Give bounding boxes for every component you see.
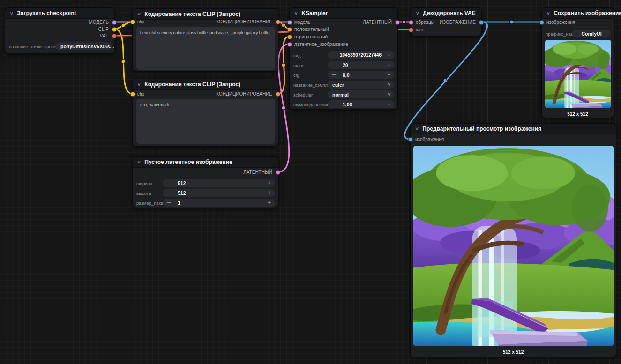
node-header[interactable]: ∨ KSampler xyxy=(290,8,397,19)
link-dot xyxy=(282,23,285,27)
decrement-icon[interactable]: — xyxy=(332,62,336,67)
sampler-name-combo[interactable]: euler ∨ xyxy=(328,81,395,89)
collapse-icon[interactable]: ∨ xyxy=(294,11,299,15)
link-dot xyxy=(509,20,513,24)
widget-label-denoise: шумоподавление xyxy=(293,102,329,107)
widget-label-steps: шаги xyxy=(293,63,304,68)
batch-size-value: 1 xyxy=(178,200,180,206)
positive-prompt-textarea[interactable]: beautiful scenery nature glass bottle la… xyxy=(136,27,275,70)
chevron-down-icon[interactable]: ∨ xyxy=(387,82,391,87)
collapse-icon[interactable]: ∨ xyxy=(546,11,551,15)
filename-prefix-field[interactable]: ComfyUI xyxy=(572,30,611,37)
node-header[interactable]: ∨ Кодирование текста CLIP (Запрос) xyxy=(133,79,278,90)
input-port-latent-image[interactable] xyxy=(287,42,292,47)
output-label-model: МОДЕЛЬ xyxy=(89,20,109,25)
input-port-vae[interactable] xyxy=(409,28,413,32)
collapse-icon[interactable]: ∨ xyxy=(415,11,420,15)
decrement-icon[interactable]: — xyxy=(332,102,336,106)
increment-icon[interactable]: + xyxy=(268,200,271,205)
node-header[interactable]: ∨ Пустое латентное изображение xyxy=(133,157,278,168)
increment-icon[interactable]: + xyxy=(388,72,390,77)
batch-size-stepper[interactable]: — 1 + xyxy=(163,199,275,207)
node-clip-encode-negative: ∨ Кодирование текста CLIP (Запрос) clip … xyxy=(132,79,278,147)
collapse-icon[interactable]: ∨ xyxy=(137,82,142,87)
output-label-image: ИЗОБРАЖЕНИЕ xyxy=(440,20,476,25)
output-label-latent: ЛАТЕНТНЫЙ xyxy=(363,20,392,25)
input-port-clip[interactable] xyxy=(130,20,135,24)
increment-icon[interactable]: + xyxy=(388,62,390,67)
output-port-clip[interactable] xyxy=(112,27,117,32)
collapse-icon[interactable]: ∨ xyxy=(415,126,419,131)
input-label-images: изображения xyxy=(415,137,444,142)
node-header[interactable]: ∨ Сохранить изображение xyxy=(542,8,614,19)
collapse-icon[interactable]: ∨ xyxy=(137,160,142,164)
input-port-images[interactable] xyxy=(539,20,544,25)
node-clip-encode-positive: ∨ Кодирование текста CLIP (Запрос) clip … xyxy=(132,8,278,72)
decrement-icon[interactable]: — xyxy=(167,180,171,185)
steps-value: 20 xyxy=(343,62,348,68)
decrement-icon[interactable]: — xyxy=(332,72,336,77)
node-header[interactable]: ∨ Предварительный просмотр изображения xyxy=(411,124,616,134)
negative-prompt-textarea[interactable]: text, watermark xyxy=(136,99,275,144)
output-port-latent[interactable] xyxy=(276,170,280,175)
input-port-samples[interactable] xyxy=(409,20,413,25)
chevron-down-icon[interactable]: ∨ xyxy=(104,44,108,48)
collapse-icon[interactable]: ∨ xyxy=(137,12,142,16)
height-value: 512 xyxy=(178,190,186,196)
node-title: Декодировать VAE xyxy=(423,10,475,16)
widget-label-scheduler: scheduler xyxy=(293,92,313,97)
input-port-model[interactable] xyxy=(287,20,292,25)
input-label-samples: образцы xyxy=(416,20,434,25)
image-size-caption: 512 x 512 xyxy=(411,349,616,355)
scheduler-combo[interactable]: normal ∨ xyxy=(328,90,395,98)
width-value: 512 xyxy=(178,180,186,186)
input-port-negative[interactable] xyxy=(287,35,292,39)
output-port-conditioning[interactable] xyxy=(276,20,280,24)
widget-label-cfg: cfg xyxy=(293,73,299,78)
chevron-down-icon[interactable]: ∨ xyxy=(387,92,391,97)
node-ksampler: ∨ KSampler модель положительный отрицате… xyxy=(289,7,398,110)
decrement-icon[interactable]: — xyxy=(167,200,171,205)
input-label-vae: vae xyxy=(416,27,423,33)
increment-icon[interactable]: + xyxy=(388,52,390,58)
height-stepper[interactable]: — 512 + xyxy=(163,189,275,197)
decrement-icon[interactable]: — xyxy=(332,52,336,57)
input-port-clip[interactable] xyxy=(130,92,135,97)
steps-stepper[interactable]: — 20 + xyxy=(328,61,395,69)
output-port-image[interactable] xyxy=(479,20,484,25)
link-dot xyxy=(282,106,285,110)
increment-icon[interactable]: + xyxy=(268,180,271,186)
collapse-icon[interactable]: ∨ xyxy=(9,11,14,15)
node-header[interactable]: ∨ Кодирование текста CLIP (Запрос) xyxy=(133,9,278,20)
denoise-stepper[interactable]: — 1,00 + xyxy=(328,100,395,108)
image-size-caption: 512 x 512 xyxy=(542,111,614,117)
link-dot xyxy=(121,23,125,27)
input-label-clip: clip xyxy=(137,91,144,97)
node-title: Загрузить checkpoint xyxy=(17,10,76,16)
input-port-positive[interactable] xyxy=(287,27,292,32)
node-load-checkpoint: ∨ Загрузить checkpoint МОДЕЛЬ CLIP VAE н… xyxy=(5,7,115,54)
decrement-icon[interactable]: — xyxy=(167,190,171,195)
ckpt-name-combo[interactable]: ponyDiffusionV6XL.s... ∨ xyxy=(56,42,112,50)
sampler-name-value: euler xyxy=(332,82,344,88)
input-label-positive: положительный xyxy=(294,27,329,32)
input-port-images[interactable] xyxy=(408,137,413,142)
node-header[interactable]: ∨ Декодировать VAE xyxy=(411,8,481,19)
seed-stepper[interactable]: — 1045390720127446 + xyxy=(328,51,395,59)
input-label-clip: clip xyxy=(137,19,144,25)
node-graph-canvas[interactable]: ∨ Загрузить checkpoint МОДЕЛЬ CLIP VAE н… xyxy=(0,0,621,364)
node-header[interactable]: ∨ Загрузить checkpoint xyxy=(5,8,114,19)
increment-icon[interactable]: + xyxy=(388,101,390,107)
node-title: Кодирование текста CLIP (Запрос) xyxy=(144,81,240,88)
width-stepper[interactable]: — 512 + xyxy=(163,179,275,187)
node-title: Пустое латентное изображение xyxy=(144,159,232,165)
output-label-conditioning: КОНДИЦИОНИРОВАНИЕ xyxy=(216,91,272,97)
output-port-vae[interactable] xyxy=(112,34,117,38)
widget-label-seed: сид xyxy=(293,53,301,58)
output-port-model[interactable] xyxy=(112,20,117,25)
output-port-conditioning[interactable] xyxy=(276,92,280,97)
node-vae-decode: ∨ Декодировать VAE образцы vae ИЗОБРАЖЕН… xyxy=(411,7,482,37)
output-port-latent[interactable] xyxy=(395,20,400,25)
cfg-stepper[interactable]: — 8,0 + xyxy=(328,71,395,79)
increment-icon[interactable]: + xyxy=(268,190,271,195)
